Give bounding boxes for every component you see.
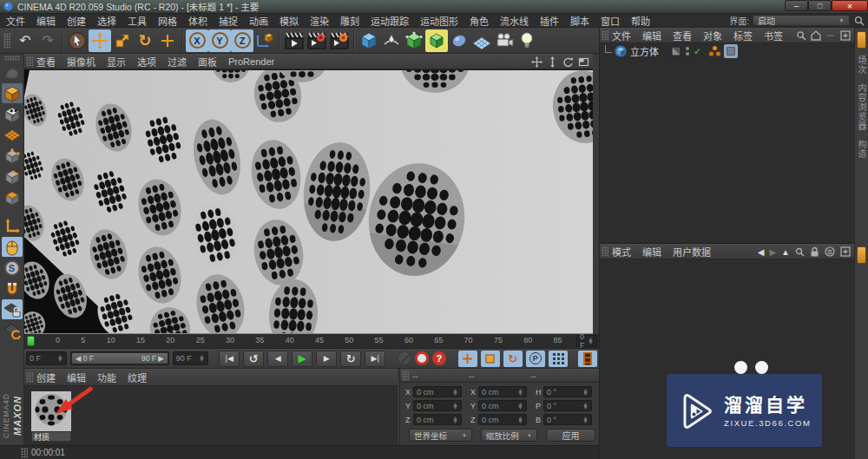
camera-button[interactable] [493,30,516,52]
key-parameter-toggle[interactable]: P [526,351,545,367]
add-panel-icon[interactable] [840,246,851,257]
tab-content-browser[interactable]: 内容浏览器 [855,83,868,131]
filter-path-icon[interactable] [825,30,836,41]
material-menu-item[interactable]: 功能 [97,370,116,384]
menu-item[interactable]: 网格 [158,14,177,28]
object-menu-item[interactable]: 对象 [703,29,722,43]
viewport-menu-item[interactable]: 显示 [107,55,126,69]
menu-item[interactable]: 帮助 [631,14,650,28]
lock-workplane-button[interactable] [2,299,23,319]
viewport-canvas[interactable] [24,69,593,334]
timeline-playhead[interactable] [27,336,35,346]
floor-button[interactable] [470,30,493,52]
tab-structure[interactable]: 构造 [855,140,868,159]
object-manager-grip[interactable] [602,30,608,41]
pos-z-field[interactable]: 0 cm▲▼ [413,414,462,425]
goto-start-button[interactable]: |◀ [219,351,240,367]
size-x-field[interactable]: 0 cm▲▼ [478,386,527,397]
stepper-icon[interactable]: ▲▼ [582,416,589,423]
size-z-field[interactable]: 0 cm▲▼ [478,414,527,425]
menu-item[interactable]: 编辑 [36,14,56,28]
search-icon[interactable] [796,30,806,41]
interface-dropdown[interactable]: 启动 ▼ [753,15,850,26]
x-axis-lock-button[interactable]: X [186,30,208,52]
enable-snap-button[interactable] [2,279,23,298]
render-to-picture-viewer-button[interactable] [306,30,328,52]
tab-takes[interactable]: 场次 [855,56,868,75]
menu-item[interactable]: 插件 [540,14,559,28]
stepper-icon[interactable]: ▲▼ [582,403,589,410]
rotate-tool[interactable]: ↻ [134,30,156,52]
spline-pen-button[interactable] [380,30,403,52]
live-selection-tool[interactable] [66,30,89,52]
open-timeline-button[interactable] [578,351,597,367]
timeline-frame-box[interactable]: 0 F ▲▼ [576,335,597,347]
next-key-button[interactable]: ↻ [340,351,361,367]
stepper-icon[interactable]: ▲▼ [452,403,458,410]
frame-range-slider[interactable]: ◀ 0 F 90 F ▶ [70,351,169,365]
prev-frame-button[interactable]: ◀ [267,351,288,367]
viewport-rotate-icon[interactable] [562,56,574,68]
z-axis-lock-button[interactable]: Z [231,30,253,52]
viewport-zoom-icon[interactable] [547,56,558,68]
menu-item[interactable]: 运动图形 [420,14,458,28]
selected-tag-icon[interactable] [724,44,738,58]
polygons-mode-button[interactable] [2,187,23,207]
attribute-menu-item[interactable]: 模式 [612,245,631,259]
menu-item[interactable]: 捕捉 [219,14,238,28]
autokey-help-button[interactable]: ? [432,351,446,365]
menu-item[interactable]: 模拟 [279,14,299,28]
object-row[interactable]: 立方体 ✓ [600,43,854,59]
viewport-menu-item[interactable]: 选项 [137,55,156,69]
menu-item[interactable]: 动画 [249,14,268,28]
viewport-tweak-button[interactable] [2,237,23,257]
stepper-icon[interactable]: ▲▼ [452,416,458,423]
size-y-field[interactable]: 0 cm▲▼ [478,400,527,411]
coordinates-grip[interactable] [402,370,409,381]
menu-item[interactable]: 流水线 [500,14,529,28]
viewport-menu-item[interactable]: 过滤 [168,55,187,69]
viewport-menu-item[interactable]: 摄像机 [67,55,95,69]
menu-item[interactable]: 运动跟踪 [371,14,409,28]
add-view-icon[interactable] [840,30,851,41]
menu-item[interactable]: 渲染 [310,14,329,28]
render-settings-button[interactable] [328,30,351,52]
y-axis-lock-button[interactable]: Y [208,30,231,52]
phong-tag-icon[interactable] [708,45,721,57]
viewport-menu-item[interactable]: ProRender [228,56,274,67]
workplane-mode-button[interactable] [2,125,23,145]
object-menu-item[interactable]: 文件 [612,29,631,43]
snap-settings-button[interactable]: S [2,258,23,278]
rot-h-field[interactable]: 0 °▲▼ [543,386,592,397]
close-button[interactable]: × [832,0,868,11]
attribute-manager-grip[interactable] [602,246,608,257]
undo-button[interactable]: ↶ [14,30,36,52]
fields-button[interactable] [448,30,470,52]
status-bar-grip[interactable] [21,448,28,458]
edges-mode-button[interactable] [2,167,23,187]
scale-tool[interactable] [111,30,134,52]
lock-icon[interactable] [810,246,819,257]
end-frame-field[interactable]: 90 F▲▼ [173,351,208,365]
object-menu-item[interactable]: 书签 [764,29,783,43]
viewport-toggle-icon[interactable] [578,56,589,68]
stepper-icon[interactable]: ▲▼ [517,389,523,396]
play-button[interactable]: ▶ [292,351,312,367]
points-mode-button[interactable] [2,146,23,166]
stepper-icon[interactable]: ▲▼ [199,355,205,362]
home-icon[interactable] [811,30,821,41]
next-frame-button[interactable]: ▶ [316,351,337,367]
attribute-menu-item[interactable]: 用户数据 [673,245,711,259]
goto-end-button[interactable]: ▶| [365,351,385,367]
menu-item[interactable]: 雕刻 [340,14,359,28]
pos-y-field[interactable]: 0 cm▲▼ [413,400,462,411]
key-position-toggle[interactable] [458,351,477,367]
menu-item[interactable]: 文件 [6,14,25,28]
rot-p-field[interactable]: 0 °▲▼ [543,400,592,411]
material-name[interactable]: 材质 [31,431,71,442]
stepper-icon[interactable]: ▲▼ [452,389,458,396]
apply-button[interactable]: 应用 [546,429,595,442]
search-icon[interactable] [795,247,805,257]
coordinate-system-button[interactable] [253,30,276,52]
menu-item[interactable]: 脚本 [570,14,589,28]
